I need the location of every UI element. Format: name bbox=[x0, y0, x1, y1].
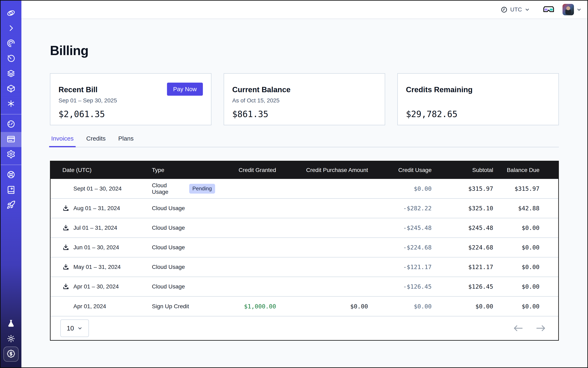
sidebar-divider bbox=[1, 165, 21, 165]
card-title: Current Balance bbox=[232, 85, 377, 94]
balance-due-value: $0.00 bbox=[493, 218, 558, 238]
current-balance-amount: $861.35 bbox=[232, 109, 377, 119]
credit-purchase-value bbox=[276, 218, 368, 238]
sidebar-item-layers[interactable] bbox=[1, 66, 21, 81]
timezone-selector[interactable]: UTC bbox=[501, 6, 530, 13]
sidebar-item-asterisk[interactable] bbox=[1, 96, 21, 111]
sidebar-divider bbox=[1, 114, 21, 114]
table-footer: 10 bbox=[51, 316, 558, 340]
invoices-table: Date (UTC) Type Credit Granted Credit Pu… bbox=[50, 161, 559, 341]
tab-credits[interactable]: Credits bbox=[85, 135, 107, 147]
status-badge: Pending bbox=[189, 184, 215, 193]
asterisk-icon bbox=[7, 99, 16, 109]
table-row: Apr 01 – 30, 2024 Cloud Usage -$126.45 $… bbox=[51, 277, 558, 296]
credit-usage-value: $0.00 bbox=[368, 179, 432, 199]
credit-granted-value bbox=[215, 277, 276, 296]
col-subtotal: Subtotal bbox=[432, 161, 493, 179]
credit-usage-value: -$121.17 bbox=[368, 257, 432, 277]
tab-plans[interactable]: Plans bbox=[117, 135, 135, 147]
subtotal-value: $121.17 bbox=[432, 257, 493, 277]
arrow-left-icon[interactable] bbox=[513, 324, 524, 332]
invoice-date: Apr 01, 2024 bbox=[73, 303, 106, 310]
credit-usage-value: $0.00 bbox=[368, 296, 432, 316]
download-invoice-icon[interactable] bbox=[62, 283, 69, 290]
card-subtitle: As of Oct 15, 2025 bbox=[232, 97, 377, 104]
download-invoice-icon[interactable] bbox=[62, 205, 69, 212]
sidebar-item-cube[interactable] bbox=[1, 81, 21, 96]
topbar: UTC bbox=[21, 1, 587, 19]
table-header-row: Date (UTC) Type Credit Granted Credit Pu… bbox=[51, 161, 558, 179]
col-credit-purchase-amount: Credit Purchase Amount bbox=[276, 161, 368, 179]
recent-bill-card: Recent Bill Sep 01 – Sep 30, 2025 $2,061… bbox=[50, 73, 211, 125]
sidebar bbox=[1, 1, 21, 367]
credit-usage-value: -$126.45 bbox=[368, 277, 432, 296]
sidebar-item-scan[interactable] bbox=[1, 36, 21, 51]
download-invoice-icon[interactable] bbox=[62, 264, 69, 270]
cube-icon bbox=[7, 84, 16, 94]
pay-now-button[interactable]: Pay Now bbox=[167, 83, 203, 96]
invoice-type: Cloud Usage bbox=[152, 225, 185, 231]
chevron-down-icon bbox=[77, 326, 82, 331]
credit-card-icon bbox=[7, 135, 16, 144]
balance-due-value: $0.00 bbox=[493, 277, 558, 296]
invoice-date: Sept 01 – 30, 2024 bbox=[73, 185, 122, 192]
invoice-date: Apr 01 – 30, 2024 bbox=[73, 283, 119, 290]
page-size-select[interactable]: 10 bbox=[60, 320, 89, 337]
sidebar-item-helm[interactable] bbox=[1, 167, 21, 183]
sidebar-logo[interactable] bbox=[1, 6, 21, 21]
sidebar-item-rocket[interactable] bbox=[1, 198, 21, 213]
summary-cards: Recent Bill Sep 01 – Sep 30, 2025 $2,061… bbox=[50, 73, 559, 125]
download-invoice-icon[interactable] bbox=[62, 224, 69, 231]
sidebar-item-billing[interactable] bbox=[1, 132, 21, 147]
credit-granted-value: $1,000.00 bbox=[215, 296, 276, 316]
credit-usage-value: -$245.48 bbox=[368, 218, 432, 238]
rocket-icon bbox=[7, 200, 16, 210]
credit-granted-value bbox=[215, 179, 276, 199]
chevron-down-icon[interactable] bbox=[576, 7, 582, 12]
sidebar-item-theme[interactable] bbox=[1, 331, 21, 347]
credit-purchase-value bbox=[276, 257, 368, 277]
credit-granted-value bbox=[215, 199, 276, 218]
table-row: Jun 01 – 30, 2024 Cloud Usage -$224.68 $… bbox=[51, 238, 558, 257]
credit-granted-value bbox=[215, 257, 276, 277]
view-mode-button[interactable] bbox=[543, 6, 554, 13]
recent-bill-amount: $2,061.35 bbox=[59, 109, 203, 119]
credit-purchase-value bbox=[276, 199, 368, 218]
sidebar-item-expand[interactable] bbox=[1, 21, 21, 36]
balance-due-value: $0.00 bbox=[493, 238, 558, 257]
sidebar-item-labs[interactable] bbox=[1, 316, 21, 331]
book-sparkle-icon bbox=[7, 185, 16, 195]
arrow-right-icon[interactable] bbox=[535, 324, 546, 332]
invoice-type: Cloud Usage bbox=[152, 283, 185, 290]
clock-icon bbox=[501, 6, 507, 13]
credit-purchase-value: $0.00 bbox=[276, 296, 368, 316]
subtotal-value: $325.10 bbox=[432, 199, 493, 218]
sidebar-item-credits-badge[interactable] bbox=[3, 347, 18, 362]
credit-usage-value: -$224.68 bbox=[368, 238, 432, 257]
col-balance-due: Balance Due bbox=[493, 161, 558, 179]
chevron-down-icon bbox=[525, 7, 530, 12]
page-title: Billing bbox=[50, 43, 559, 58]
table-row: Apr 01, 2024 Sign Up Credit $1,000.00 $0… bbox=[51, 296, 558, 316]
gauge-icon bbox=[7, 120, 16, 129]
download-invoice-icon[interactable] bbox=[62, 244, 69, 251]
sidebar-item-docs[interactable] bbox=[1, 183, 21, 198]
credit-granted-value bbox=[215, 238, 276, 257]
sidebar-item-usage[interactable] bbox=[1, 117, 21, 132]
invoice-date: Jun 01 – 30, 2024 bbox=[73, 244, 119, 251]
sidebar-item-settings[interactable] bbox=[1, 147, 21, 162]
balance-due-value: $315.97 bbox=[493, 179, 558, 199]
credit-granted-value bbox=[215, 218, 276, 238]
subtotal-value: $224.68 bbox=[432, 238, 493, 257]
credit-purchase-value bbox=[276, 179, 368, 199]
invoice-table-body: Sept 01 – 30, 2024 Cloud Usage Pending $… bbox=[51, 179, 558, 316]
billing-screen: UTC Billing Recent Bill Sep 01 – Sep 30,… bbox=[0, 0, 588, 368]
tab-invoices[interactable]: Invoices bbox=[50, 135, 75, 147]
credit-purchase-value bbox=[276, 277, 368, 296]
billing-tabs: Invoices Credits Plans bbox=[50, 135, 559, 147]
chevron-right-icon bbox=[7, 24, 16, 33]
credits-remaining-card: Credits Remaining $29,782.65 bbox=[397, 73, 559, 125]
sidebar-item-timer[interactable] bbox=[1, 51, 21, 66]
avatar[interactable] bbox=[562, 4, 574, 15]
3d-glasses-icon bbox=[543, 6, 554, 13]
